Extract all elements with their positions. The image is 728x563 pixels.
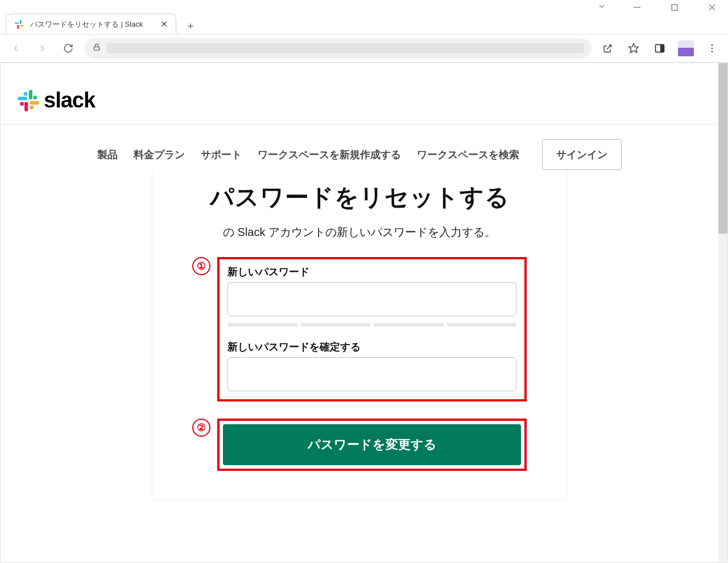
svg-rect-11 <box>660 44 664 52</box>
browser-toolbar <box>0 34 728 63</box>
profile-avatar[interactable] <box>676 38 696 59</box>
strength-seg <box>228 323 297 326</box>
forward-button[interactable] <box>32 38 52 59</box>
svg-rect-4 <box>20 19 22 23</box>
strength-seg <box>447 323 517 326</box>
svg-point-13 <box>712 48 713 49</box>
page-content: slack 製品 料金プラン サポート ワークスペースを新規作成する ワークスペ… <box>1 63 718 562</box>
nav-support[interactable]: サポート <box>201 148 242 162</box>
reload-button[interactable] <box>58 38 78 59</box>
address-bar[interactable] <box>84 38 592 59</box>
strength-seg <box>301 323 371 326</box>
window-controls <box>0 0 728 11</box>
strength-seg <box>374 323 444 326</box>
maximize-button[interactable] <box>663 0 686 16</box>
svg-rect-7 <box>20 24 24 26</box>
new-password-label: 新しいパスワード <box>228 265 516 279</box>
annotation-box-1: 新しいパスワード 新しいパスワードを確定する <box>217 257 527 401</box>
confirm-password-label: 新しいパスワードを確定する <box>228 340 516 354</box>
svg-rect-17 <box>24 102 28 111</box>
vertical-scrollbar[interactable] <box>718 63 727 562</box>
svg-rect-24 <box>22 102 24 105</box>
svg-marker-9 <box>629 44 639 53</box>
svg-rect-15 <box>29 90 32 100</box>
nav-product[interactable]: 製品 <box>97 148 118 162</box>
tab-close-icon[interactable]: ✕ <box>160 19 168 30</box>
kebab-menu-icon[interactable] <box>702 38 722 59</box>
svg-point-12 <box>712 44 713 46</box>
new-password-input[interactable] <box>228 282 516 316</box>
tab-title: パスワードをリセットする | Slack <box>30 19 155 30</box>
close-window-button[interactable] <box>701 0 723 16</box>
share-icon[interactable] <box>597 38 618 59</box>
svg-rect-20 <box>34 96 35 99</box>
annotation-marker-2: ② <box>192 419 210 437</box>
annotation-box-2: パスワードを変更する <box>217 419 527 471</box>
reset-password-card: パスワードをリセットする の Slack アカウントの新しいパスワードを入力する… <box>152 170 567 500</box>
signin-button[interactable]: サインイン <box>542 139 622 170</box>
page-viewport: slack 製品 料金プラン サポート ワークスペースを新規作成する ワークスペ… <box>0 63 728 563</box>
scrollbar-thumb[interactable] <box>718 63 727 234</box>
svg-point-14 <box>712 51 713 53</box>
svg-rect-8 <box>94 47 99 50</box>
bookmark-star-icon[interactable] <box>623 38 644 59</box>
password-strength-meter <box>228 323 516 326</box>
change-password-button[interactable]: パスワードを変更する <box>223 424 521 465</box>
lock-icon <box>92 43 101 54</box>
side-panel-icon[interactable] <box>650 38 670 59</box>
browser-chrome: パスワードをリセットする | Slack ✕ ＋ <box>0 0 728 63</box>
page-title: パスワードをリセットする <box>192 181 527 213</box>
slack-logo-text: slack <box>44 88 95 113</box>
chevron-down-icon[interactable] <box>597 2 606 13</box>
url-redacted <box>107 43 584 53</box>
page-subtitle: の Slack アカウントの新しいパスワードを入力する。 <box>192 225 527 240</box>
svg-rect-26 <box>30 105 33 107</box>
slack-favicon-icon <box>14 19 24 30</box>
back-button[interactable] <box>6 38 26 59</box>
svg-rect-1 <box>672 5 677 10</box>
svg-rect-18 <box>30 101 39 104</box>
browser-tab[interactable]: パスワードをリセットする | Slack ✕ <box>6 14 176 34</box>
brand-header: slack <box>1 63 718 125</box>
tab-strip: パスワードをリセットする | Slack ✕ ＋ <box>0 11 728 34</box>
nav-find-workspace[interactable]: ワークスペースを検索 <box>417 148 519 162</box>
nav-create-workspace[interactable]: ワークスペースを新規作成する <box>258 148 401 162</box>
svg-rect-5 <box>15 22 19 24</box>
confirm-password-input[interactable] <box>228 357 516 391</box>
svg-rect-16 <box>18 97 27 100</box>
site-subnav: 製品 料金プラン サポート ワークスペースを新規作成する ワークスペースを検索 … <box>1 125 718 170</box>
nav-pricing[interactable]: 料金プラン <box>134 148 185 162</box>
svg-rect-6 <box>17 24 19 28</box>
slack-logo[interactable]: slack <box>16 88 718 113</box>
slack-logo-icon <box>16 89 40 113</box>
svg-rect-22 <box>25 92 27 95</box>
new-tab-button[interactable]: ＋ <box>182 17 199 34</box>
annotation-marker-1: ① <box>192 257 210 275</box>
minimize-button[interactable] <box>626 0 648 16</box>
